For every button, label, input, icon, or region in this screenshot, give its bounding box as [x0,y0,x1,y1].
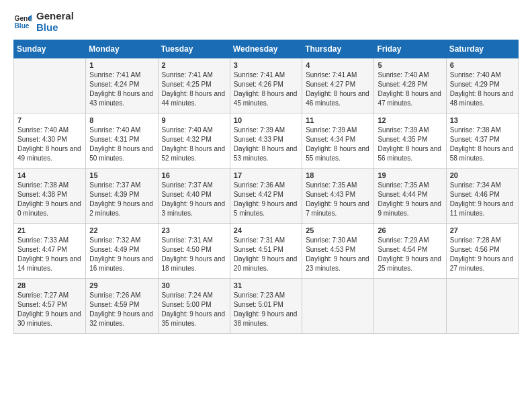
sunset-text: Sunset: 5:00 PM [162,300,226,310]
calendar-cell: 19Sunrise: 7:35 AMSunset: 4:44 PMDayligh… [374,169,446,224]
day-info: Sunrise: 7:35 AMSunset: 4:43 PMDaylight:… [306,181,370,218]
daylight-text: Daylight: 8 hours and 53 minutes. [234,144,298,163]
day-info: Sunrise: 7:30 AMSunset: 4:53 PMDaylight:… [306,236,370,273]
day-info: Sunrise: 7:41 AMSunset: 4:24 PMDaylight:… [89,71,154,108]
calendar-cell: 26Sunrise: 7:29 AMSunset: 4:54 PMDayligh… [374,224,446,279]
day-info: Sunrise: 7:41 AMSunset: 4:25 PMDaylight:… [162,71,226,108]
day-number: 6 [450,61,515,69]
sunrise-text: Sunrise: 7:41 AM [234,71,298,80]
calendar-cell: 30Sunrise: 7:24 AMSunset: 5:00 PMDayligh… [158,279,230,334]
day-number: 24 [234,226,298,234]
daylight-text: Daylight: 8 hours and 44 minutes. [162,89,226,108]
sunset-text: Sunset: 4:43 PM [306,190,370,199]
day-info: Sunrise: 7:33 AMSunset: 4:47 PMDaylight:… [17,236,82,273]
daylight-text: Daylight: 9 hours and 23 minutes. [306,255,370,273]
sunrise-text: Sunrise: 7:37 AM [89,181,154,190]
calendar-cell: 2Sunrise: 7:41 AMSunset: 4:25 PMDaylight… [158,58,230,113]
calendar-cell: 6Sunrise: 7:40 AMSunset: 4:29 PMDaylight… [446,58,518,113]
day-number: 19 [378,171,442,179]
day-info: Sunrise: 7:38 AMSunset: 4:38 PMDaylight:… [17,181,82,218]
calendar-cell: 5Sunrise: 7:40 AMSunset: 4:28 PMDaylight… [374,58,446,113]
calendar-cell: 1Sunrise: 7:41 AMSunset: 4:24 PMDaylight… [86,58,158,113]
sunrise-text: Sunrise: 7:40 AM [17,126,82,135]
day-number: 3 [234,61,298,69]
daylight-text: Daylight: 9 hours and 9 minutes. [378,199,442,218]
calendar-cell [374,279,446,334]
sunset-text: Sunset: 4:38 PM [17,190,82,199]
daylight-text: Daylight: 8 hours and 46 minutes. [306,89,370,108]
sunset-text: Sunset: 4:46 PM [450,190,515,199]
day-number: 15 [89,171,154,179]
day-info: Sunrise: 7:29 AMSunset: 4:54 PMDaylight:… [378,236,442,273]
daylight-text: Daylight: 8 hours and 56 minutes. [378,144,442,163]
day-info: Sunrise: 7:41 AMSunset: 4:27 PMDaylight:… [306,71,370,108]
day-number: 5 [378,61,442,69]
daylight-text: Daylight: 9 hours and 3 minutes. [162,199,226,218]
sunrise-text: Sunrise: 7:41 AM [89,71,154,80]
daylight-text: Daylight: 9 hours and 32 minutes. [89,310,154,328]
weekday-header: Tuesday [158,40,230,58]
day-number: 30 [162,281,226,289]
daylight-text: Daylight: 9 hours and 25 minutes. [378,255,442,273]
daylight-text: Daylight: 9 hours and 18 minutes. [162,255,226,273]
calendar-week-row: 14Sunrise: 7:38 AMSunset: 4:38 PMDayligh… [14,169,519,224]
day-info: Sunrise: 7:32 AMSunset: 4:49 PMDaylight:… [89,236,154,273]
sunrise-text: Sunrise: 7:41 AM [162,71,226,80]
sunrise-text: Sunrise: 7:32 AM [89,236,154,245]
sunset-text: Sunset: 4:57 PM [17,300,82,310]
sunrise-text: Sunrise: 7:40 AM [89,126,154,135]
daylight-text: Daylight: 9 hours and 2 minutes. [89,199,154,218]
day-number: 14 [17,171,82,179]
day-number: 2 [162,61,226,69]
svg-text:Blue: Blue [15,22,30,30]
daylight-text: Daylight: 9 hours and 27 minutes. [450,255,515,273]
sunrise-text: Sunrise: 7:41 AM [306,71,370,80]
sunset-text: Sunset: 4:54 PM [378,245,442,255]
weekday-header: Sunday [14,40,86,58]
daylight-text: Daylight: 8 hours and 55 minutes. [306,144,370,163]
sunset-text: Sunset: 4:33 PM [234,135,298,144]
calendar-cell: 11Sunrise: 7:39 AMSunset: 4:34 PMDayligh… [302,113,374,169]
day-info: Sunrise: 7:40 AMSunset: 4:30 PMDaylight:… [17,126,82,163]
calendar-week-row: 28Sunrise: 7:27 AMSunset: 4:57 PMDayligh… [14,279,519,334]
calendar-week-row: 21Sunrise: 7:33 AMSunset: 4:47 PMDayligh… [14,224,519,279]
day-number: 11 [306,116,370,124]
day-number: 31 [234,281,298,289]
day-info: Sunrise: 7:41 AMSunset: 4:26 PMDaylight:… [234,71,298,108]
sunset-text: Sunset: 4:47 PM [17,245,82,255]
day-info: Sunrise: 7:38 AMSunset: 4:37 PMDaylight:… [450,126,515,163]
sunrise-text: Sunrise: 7:38 AM [450,126,515,135]
day-number: 12 [378,116,442,124]
sunset-text: Sunset: 4:53 PM [306,245,370,255]
sunrise-text: Sunrise: 7:35 AM [306,181,370,190]
day-info: Sunrise: 7:26 AMSunset: 4:59 PMDaylight:… [89,291,154,328]
day-info: Sunrise: 7:39 AMSunset: 4:34 PMDaylight:… [306,126,370,163]
sunrise-text: Sunrise: 7:40 AM [450,71,515,80]
sunset-text: Sunset: 4:28 PM [378,80,442,89]
sunrise-text: Sunrise: 7:36 AM [234,181,298,190]
sunrise-text: Sunrise: 7:37 AM [162,181,226,190]
calendar-cell: 22Sunrise: 7:32 AMSunset: 4:49 PMDayligh… [86,224,158,279]
calendar-week-row: 1Sunrise: 7:41 AMSunset: 4:24 PMDaylight… [14,58,519,113]
header: General Blue General Blue [13,11,519,33]
day-number: 4 [306,61,370,69]
calendar-week-row: 7Sunrise: 7:40 AMSunset: 4:30 PMDaylight… [14,113,519,169]
weekday-header: Monday [86,40,158,58]
calendar-cell: 27Sunrise: 7:28 AMSunset: 4:56 PMDayligh… [446,224,518,279]
calendar-cell: 14Sunrise: 7:38 AMSunset: 4:38 PMDayligh… [14,169,86,224]
sunrise-text: Sunrise: 7:27 AM [17,291,82,300]
calendar-cell: 10Sunrise: 7:39 AMSunset: 4:33 PMDayligh… [230,113,302,169]
sunrise-text: Sunrise: 7:33 AM [17,236,82,245]
day-number: 1 [89,61,154,69]
sunset-text: Sunset: 4:27 PM [306,80,370,89]
daylight-text: Daylight: 9 hours and 35 minutes. [162,310,226,328]
day-info: Sunrise: 7:40 AMSunset: 4:32 PMDaylight:… [162,126,226,163]
day-number: 18 [306,171,370,179]
calendar-cell: 28Sunrise: 7:27 AMSunset: 4:57 PMDayligh… [14,279,86,334]
calendar-cell: 9Sunrise: 7:40 AMSunset: 4:32 PMDaylight… [158,113,230,169]
sunrise-text: Sunrise: 7:40 AM [378,71,442,80]
logo-text-general: General [36,11,74,22]
sunrise-text: Sunrise: 7:34 AM [450,181,515,190]
calendar-cell: 17Sunrise: 7:36 AMSunset: 4:42 PMDayligh… [230,169,302,224]
calendar-cell: 21Sunrise: 7:33 AMSunset: 4:47 PMDayligh… [14,224,86,279]
